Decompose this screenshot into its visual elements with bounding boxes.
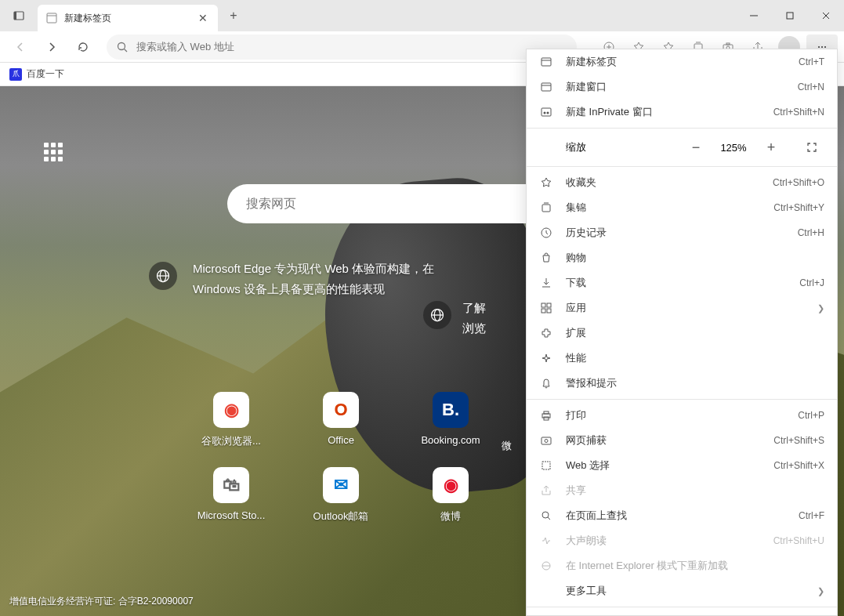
globe-icon-2 [423,301,451,329]
tab-close-button[interactable]: ✕ [196,11,210,25]
new-tab-button[interactable]: + [221,3,246,28]
tab-icon [539,56,553,68]
svg-rect-45 [542,437,551,444]
promo-banner: Microsoft Edge 专为现代 Web 体验而构建，在 Windows … [149,259,436,299]
tile-icon: ✉ [323,467,359,503]
menu-item-find[interactable]: 在页面上查找Ctrl+F [527,503,837,528]
collections-icon [539,201,553,214]
menu-item-more[interactable]: 更多工具❯ [527,578,837,603]
quick-link-tile[interactable]: 🛍Microsoft Sto... [180,467,282,524]
apps-launcher-button[interactable] [39,138,67,166]
svg-rect-39 [547,303,551,307]
tab-favicon [45,12,58,24]
tile-icon: 🛍 [213,467,249,503]
browser-tab[interactable]: 新建标签页 ✕ [38,5,218,31]
menu-item-select[interactable]: Web 选择Ctrl+Shift+X [527,453,837,478]
menu-item-capture[interactable]: 网页捕获Ctrl+Shift+S [527,428,837,453]
tile-icon: ◉ [433,467,469,503]
performance-icon [539,352,553,364]
menu-item-print[interactable]: 打印Ctrl+P [527,403,837,428]
address-input[interactable] [136,41,567,53]
svg-rect-1 [14,12,16,20]
bookmark-baidu[interactable]: 百度一下 [27,67,64,81]
svg-point-20 [821,46,823,48]
quick-link-tile[interactable]: ◉微博 [400,467,502,524]
extensions-icon [539,327,553,339]
quick-link-tile[interactable]: ✉Outlook邮箱 [290,467,392,524]
fullscreen-button[interactable] [799,136,824,158]
ntp-search-placeholder: 搜索网页 [246,196,296,212]
menu-item-share: 共享 [527,478,837,503]
menu-item-shopping[interactable]: 购物 [527,245,837,270]
menu-item-history[interactable]: 历史记录Ctrl+H [527,220,837,245]
svg-point-48 [542,512,549,518]
tab-title: 新建标签页 [64,12,190,25]
quick-link-tile[interactable]: B.Booking.com [400,392,502,448]
read-icon [539,534,553,547]
svg-line-49 [548,517,550,520]
settings-menu: 新建标签页Ctrl+T新建窗口Ctrl+N新建 InPrivate 窗口Ctrl… [526,49,838,616]
close-window-button[interactable] [808,0,844,31]
inprivate-icon [539,106,553,118]
zoom-out-button[interactable]: − [683,136,708,158]
menu-item-collections[interactable]: 集锦Ctrl+Shift+Y [527,195,837,220]
share-icon [539,484,553,497]
menu-item-window[interactable]: 新建窗口Ctrl+N [527,74,837,100]
tile-icon: O [323,392,359,428]
quick-links-grid: ◉谷歌浏览器...OOfficeB.Booking.com🛍Microsoft … [180,392,502,524]
capture-icon [539,434,553,447]
tile-icon: ◉ [213,392,249,428]
tile-label: Booking.com [421,434,480,446]
svg-point-46 [545,440,548,443]
quick-link-tile[interactable]: ◉谷歌浏览器... [180,392,282,448]
menu-item-bell[interactable]: 警报和提示 [527,371,837,396]
zoom-value: 125% [718,142,749,154]
svg-rect-28 [542,58,551,66]
tab-actions-button[interactable] [0,0,38,31]
maximize-button[interactable] [772,0,808,31]
svg-rect-2 [47,13,56,23]
tile-partial: 微 [502,439,512,453]
minimize-button[interactable] [736,0,772,31]
tile-icon: B. [433,392,469,428]
menu-item-extensions[interactable]: 扩展 [527,321,837,346]
zoom-row: 缩放−125%+ [527,132,837,163]
print-icon [539,409,553,422]
apps-icon [539,302,553,314]
menu-item-performance[interactable]: 性能 [527,346,837,371]
svg-point-33 [544,112,546,114]
address-bar[interactable] [107,34,577,60]
chevron-right-icon: ❯ [817,303,824,313]
promo-banner-2: 了解浏览 [423,298,486,339]
select-icon [539,459,553,472]
zoom-in-button[interactable]: + [759,136,784,158]
svg-rect-41 [547,309,551,313]
back-button[interactable] [6,34,34,60]
svg-rect-47 [542,462,550,469]
menu-item-read: 大声朗读Ctrl+Shift+U [527,528,837,553]
menu-item-download[interactable]: 下载Ctrl+J [527,270,837,295]
baidu-favicon: 爪 [9,68,22,81]
star-icon [539,176,553,189]
menu-item-inprivate[interactable]: 新建 InPrivate 窗口Ctrl+Shift+N [527,100,837,125]
refresh-button[interactable] [69,34,97,60]
quick-link-tile[interactable]: OOffice [290,392,392,448]
find-icon [539,509,553,522]
svg-point-19 [818,46,820,48]
ie-icon [539,560,553,572]
tile-label: 谷歌浏览器... [201,434,261,448]
download-icon [539,277,553,289]
search-icon [116,41,129,53]
svg-rect-43 [544,411,549,414]
footer-license: 增值电信业务经营许可证: 合字B2-20090007 [9,595,194,608]
menu-item-ie: 在 Internet Explorer 模式下重新加载 [527,553,837,578]
menu-item-tab[interactable]: 新建标签页Ctrl+T [527,49,837,74]
globe-icon [149,262,177,290]
menu-item-apps[interactable]: 应用❯ [527,295,837,321]
menu-item-settings[interactable]: 设置 [527,611,837,616]
window-icon [539,81,553,93]
menu-item-star[interactable]: 收藏夹Ctrl+Shift+O [527,170,837,195]
svg-rect-35 [542,205,550,212]
history-icon [539,226,553,239]
forward-button[interactable] [38,34,66,60]
